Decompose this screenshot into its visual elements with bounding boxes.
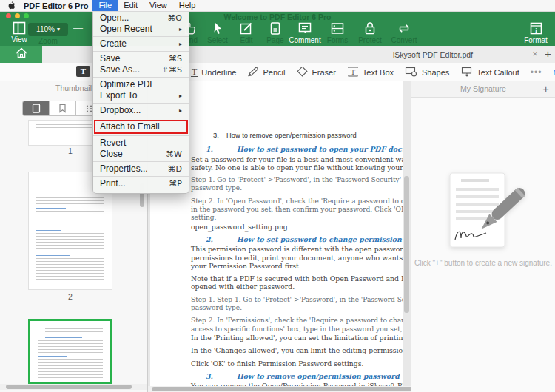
app-name: PDF Editor 6 Pro xyxy=(24,1,88,10)
menu-item-properties[interactable]: Properties...⌘D xyxy=(93,163,189,175)
attach-to-email-highlight-box: Attach to Email xyxy=(94,120,188,134)
page-icon xyxy=(269,21,282,36)
eraser-tool[interactable]: Eraser xyxy=(296,67,335,78)
menu-item-print[interactable]: Print...⌘P xyxy=(93,178,189,189)
new-tab-button[interactable]: + xyxy=(541,46,555,63)
text-box-icon: T xyxy=(347,67,359,78)
pdf-text-line: Step 1. Go to 'Protect'->'Password', in … xyxy=(191,176,403,184)
select-tool-button[interactable]: Select xyxy=(201,21,234,44)
close-tab-icon[interactable]: × xyxy=(528,46,542,63)
forms-tool-button[interactable]: Forms xyxy=(321,21,354,44)
document-horizontal-scrollbar[interactable] xyxy=(148,386,411,392)
document-tab-title: iSkysoft PDF Editor.pdf xyxy=(337,50,528,59)
menu-item-export-to[interactable]: Export To▸ xyxy=(93,90,189,101)
pdf-text-line: opened with either password. xyxy=(191,283,403,291)
pencil-label: Pencil xyxy=(263,68,285,77)
pdf-text-line: Note that if a PDF is secured with both … xyxy=(191,274,403,283)
menu-item-create[interactable]: Create▸ xyxy=(93,38,189,50)
document-vertical-scrollbar[interactable] xyxy=(404,176,409,313)
pdf-text-line: In the 'Printing allowed', you can set t… xyxy=(191,334,403,342)
zoom-dropdown[interactable]: 110% ▾ xyxy=(28,23,68,36)
menu-bar: PDF Editor 6 Pro File Edit View Help xyxy=(0,0,555,12)
menu-item-close[interactable]: Close⌘W xyxy=(93,149,189,160)
underline-tool[interactable]: T Underline xyxy=(191,68,236,77)
page-tool-button[interactable]: Page xyxy=(259,21,292,44)
home-icon xyxy=(15,47,28,62)
edit-icon xyxy=(239,21,254,36)
annotation-toolbar: T T Underline Pencil Eraser T xyxy=(0,63,555,82)
menu-help[interactable]: Help xyxy=(173,0,202,11)
menu-item-save-as[interactable]: Save As...⇧⌘S xyxy=(93,64,189,75)
eraser-label: Eraser xyxy=(312,68,335,77)
text-callout-label: Text Callout xyxy=(477,68,519,77)
pdf-text-line: Set a password for your file is a best a… xyxy=(191,155,403,163)
menu-item-revert[interactable]: Revert xyxy=(93,138,189,149)
format-info-icon: i xyxy=(529,21,543,36)
menu-item-attach-to-email[interactable]: Attach to Email xyxy=(95,121,186,132)
pdf-text-line: permissions to edit, print your document… xyxy=(191,254,403,262)
highlight-text-tool[interactable]: T xyxy=(76,66,90,77)
more-tools-ellipsis-icon[interactable]: ••• xyxy=(531,67,542,78)
shapes-icon xyxy=(405,67,418,78)
bookmark-icon xyxy=(58,104,67,113)
menu-item-dropbox[interactable]: Dropbox...▸ xyxy=(93,105,189,116)
menu-view[interactable]: View xyxy=(144,0,173,11)
apple-icon[interactable] xyxy=(7,1,16,10)
pdf-text-line: your Permission Password first. xyxy=(191,262,403,270)
edit-label: Edit xyxy=(240,36,252,44)
zoom-out-button[interactable]: — xyxy=(73,22,83,33)
chevron-down-icon: ▾ xyxy=(57,26,60,33)
cursor-icon xyxy=(211,21,224,36)
bookmark-view-button[interactable] xyxy=(50,101,76,115)
app-window: Welcome to PDF Editor 6 Pro View 110% ▾ … xyxy=(0,0,555,392)
pencil-tool[interactable]: Pencil xyxy=(247,67,285,78)
protect-tool-button[interactable]: Protect xyxy=(354,21,386,44)
page-label: Page xyxy=(266,36,283,44)
signature-illustration xyxy=(439,170,528,258)
format-button[interactable]: i Format xyxy=(519,21,552,44)
convert-tool-button[interactable]: Convert xyxy=(388,21,420,44)
pdf-text-line: 1. How to set password to open your PDF … xyxy=(206,145,403,153)
home-tab[interactable] xyxy=(0,46,42,63)
pdf-text-line: access to specific functions' box, type … xyxy=(191,325,403,334)
shapes-label: Shapes xyxy=(422,68,449,77)
menu-item-save[interactable]: Save⌘S xyxy=(93,53,189,64)
text-box-tool[interactable]: T Text Box xyxy=(347,67,394,78)
eraser-icon xyxy=(296,67,308,78)
text-callout-tool[interactable]: Text Callout xyxy=(460,67,519,78)
pdf-text-line: in the password you set, then confirm yo… xyxy=(191,206,403,214)
protect-label: Protect xyxy=(358,36,382,44)
convert-label: Convert xyxy=(391,36,417,44)
menu-item-open-recent[interactable]: Open Recent▸ xyxy=(93,24,189,35)
submenu-arrow-icon: ▸ xyxy=(179,90,182,101)
svg-text:T: T xyxy=(351,67,355,75)
main-toolbar: Welcome to PDF Editor 6 Pro View 110% ▾ … xyxy=(0,11,555,46)
menu-item-open[interactable]: Open...⌘O xyxy=(93,13,189,24)
lock-icon xyxy=(363,21,377,36)
page-icon xyxy=(32,104,41,113)
forms-icon xyxy=(330,21,345,36)
zoom-label: Zoom xyxy=(28,37,68,45)
pdf-text-line: 2. How to set password to change permiss… xyxy=(206,235,403,243)
menu-file[interactable]: File xyxy=(92,0,118,11)
menu-item-optimize-pdf[interactable]: Optimize PDF xyxy=(93,79,189,90)
page-3-thumbnail[interactable] xyxy=(28,319,112,384)
pdf-text-line: 3. How to remove open/permission passwor… xyxy=(206,372,403,380)
tab-bar: iSkysoft PDF Editor.pdf × + xyxy=(0,46,555,64)
add-signature-button[interactable]: + xyxy=(542,82,549,95)
comment-label: Comment xyxy=(289,36,320,44)
thumbnail-view-button[interactable] xyxy=(23,101,50,115)
file-menu-dropdown: Open...⌘O Open Recent▸ Create▸ Save⌘S Sa… xyxy=(92,10,189,194)
edit-tool-button[interactable]: Edit xyxy=(230,21,263,44)
underline-icon: T xyxy=(191,68,198,77)
shapes-tool[interactable]: Shapes xyxy=(405,67,449,78)
pdf-text-line: Click 'OK' to finish Permission Password… xyxy=(191,359,403,368)
comment-tool-button[interactable]: Comment xyxy=(289,21,321,44)
menu-edit[interactable]: Edit xyxy=(118,0,144,11)
underline-label: Underline xyxy=(201,68,236,77)
document-tab[interactable]: iSkysoft PDF Editor.pdf × xyxy=(337,46,542,63)
sidebar-horizontal-scrollbar[interactable] xyxy=(0,384,147,390)
panel-mode-switcher xyxy=(22,101,103,116)
pdf-text-line: Step 2. In 'Open Password', check the 'R… xyxy=(191,197,403,206)
text-box-label: Text Box xyxy=(363,68,394,77)
